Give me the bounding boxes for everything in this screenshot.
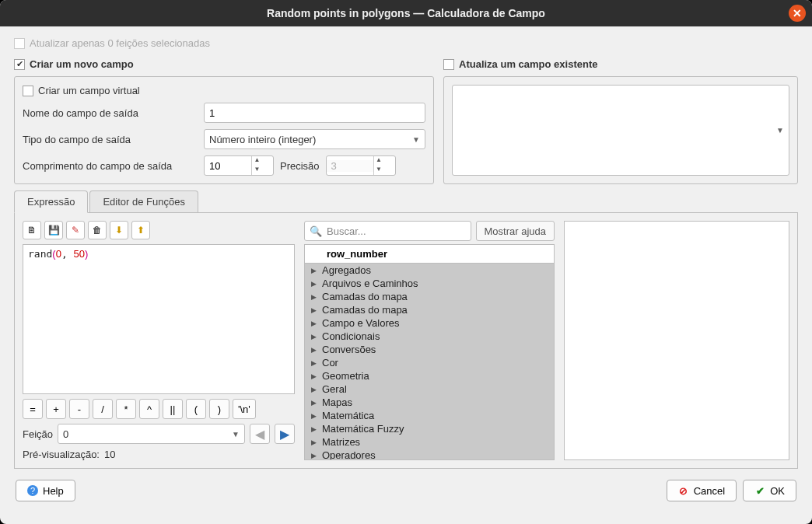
search-icon: 🔍 [310,225,322,237]
tree-item-label: Geometria [322,370,369,382]
length-spin[interactable]: ▲▼ [204,155,274,176]
help-button[interactable]: ? Help [16,480,75,501]
function-tree[interactable]: row_number ▶Agregados▶Arquivos e Caminho… [304,244,555,460]
delete-icon[interactable]: 🗑 [88,221,107,239]
window-title: Random points in polygons — Calculadora … [267,7,545,19]
create-new-checkbox[interactable]: ✔ [14,59,25,70]
update-existing-checkbox[interactable] [443,59,454,70]
chevron-right-icon: ▶ [311,438,317,446]
tree-item[interactable]: ▶Mapas [305,396,554,409]
tree-item[interactable]: ▶Matemática [305,409,554,422]
op-button[interactable]: ) [209,399,229,419]
feature-value: 0 [63,428,68,440]
help-icon: ? [27,485,38,496]
op-button[interactable]: ( [186,399,206,419]
tree-item[interactable]: ▶Geral [305,383,554,396]
help-button-label: Help [43,485,64,497]
op-button[interactable]: '\n' [233,399,256,419]
expression-editor[interactable]: rand(0, 50) [23,244,295,394]
tree-item-label: Operadores [322,449,376,460]
update-selected-checkbox [14,38,25,49]
op-button[interactable]: / [93,399,113,419]
update-existing-label: Atualiza um campo existente [459,58,597,70]
output-name-input[interactable] [204,103,425,123]
chevron-right-icon: ▶ [311,425,317,433]
preview-label: Pré-visualização: [23,449,100,460]
tree-item[interactable]: ▶Cor [305,356,554,369]
save-icon[interactable]: 💾 [44,221,63,239]
length-input[interactable] [205,160,251,172]
tree-item-label: Mapas [322,396,352,408]
tree-item-label: Camadas do mapa [322,291,408,302]
tree-item-label: Geral [322,383,347,395]
chevron-down-icon: ▼ [232,430,240,438]
preview-value: 10 [104,449,115,460]
ok-button[interactable]: ✔ OK [743,480,796,501]
feature-combo[interactable]: 0 ▼ [58,424,245,444]
chevron-down-icon: ▼ [412,135,420,144]
precision-input [327,160,373,172]
export-icon[interactable]: ⬆ [131,221,150,239]
update-selected-row: Atualizar apenas 0 feições selecionadas [14,37,798,49]
cancel-icon: ⊘ [678,485,689,496]
op-button[interactable]: ^ [139,399,159,419]
titlebar: Random points in polygons — Calculadora … [0,0,812,26]
len-label: Comprimento do campo de saída [23,160,198,172]
precision-spin: ▲▼ [326,155,396,176]
edit-icon[interactable]: ✎ [66,221,85,239]
chevron-right-icon: ▶ [311,320,317,327]
chevron-right-icon: ▶ [311,346,317,354]
show-help-button[interactable]: Mostrar ajuda [476,221,555,241]
op-button[interactable]: || [163,399,183,419]
tree-item[interactable]: ▶Conversões [305,343,554,356]
import-icon[interactable]: ⬇ [110,221,128,239]
help-pane [564,221,789,460]
search-input[interactable]: 🔍 Buscar... [304,221,471,241]
new-icon[interactable]: 🗎 [23,221,41,239]
prev-feature-button[interactable]: ◀ [250,424,270,444]
tree-item[interactable]: ▶Matemática Fuzzy [305,422,554,435]
chevron-right-icon: ▶ [311,386,317,393]
ok-button-label: OK [770,485,785,497]
tree-item[interactable]: ▶Operadores [305,449,554,460]
expr-toolbar: 🗎 💾 ✎ 🗑 ⬇ ⬆ [23,221,295,239]
tree-item[interactable]: ▶Arquivos e Caminhos [305,277,554,290]
tabs: Expressão Editor de Funções [14,190,798,213]
close-icon[interactable]: ✕ [789,5,806,22]
op-button[interactable]: - [69,399,89,419]
tree-item[interactable]: ▶Condicionais [305,330,554,343]
op-button[interactable]: * [116,399,136,419]
tree-item-label: Arquivos e Caminhos [322,278,418,289]
tree-header[interactable]: row_number [305,245,554,264]
tree-item-label: Camadas do mapa [322,304,408,316]
tree-item-label: Matrizes [322,436,360,448]
tree-item[interactable]: ▶Geometria [305,369,554,383]
type-label: Tipo do campo de saída [23,134,198,145]
output-type-combo[interactable]: Número inteiro (integer) ▼ [204,129,425,149]
tree-item-label: Matemática Fuzzy [322,423,404,435]
tree-item[interactable]: ▶Agregados [305,264,554,277]
chevron-right-icon: ▶ [311,267,317,274]
search-placeholder: Buscar... [327,225,366,237]
tree-item-label: Condicionais [322,330,380,342]
tree-item[interactable]: ▶Camadas do mapa [305,303,554,316]
tree-item[interactable]: ▶Matrizes [305,435,554,449]
output-type-value: Número inteiro (integer) [209,134,316,145]
virtual-checkbox[interactable] [23,86,33,96]
chevron-down-icon: ▼ [776,126,784,134]
prec-label: Precisão [280,160,320,172]
chevron-right-icon: ▶ [311,280,317,288]
tree-item[interactable]: ▶Campo e Valores [305,316,554,330]
tab-function-editor[interactable]: Editor de Funções [89,190,198,213]
op-button[interactable]: = [23,399,43,419]
tree-item-label: Campo e Valores [322,317,399,329]
tree-item[interactable]: ▶Camadas do mapa [305,290,554,303]
tab-expression[interactable]: Expressão [14,190,88,213]
tree-item-label: Agregados [322,264,371,276]
cancel-button[interactable]: ⊘ Cancel [667,480,737,501]
op-button[interactable]: + [46,399,66,419]
virtual-label: Criar um campo virtual [38,85,140,96]
tree-item-label: Cor [322,357,338,369]
next-feature-button[interactable]: ▶ [275,424,295,444]
chevron-right-icon: ▶ [311,412,317,420]
